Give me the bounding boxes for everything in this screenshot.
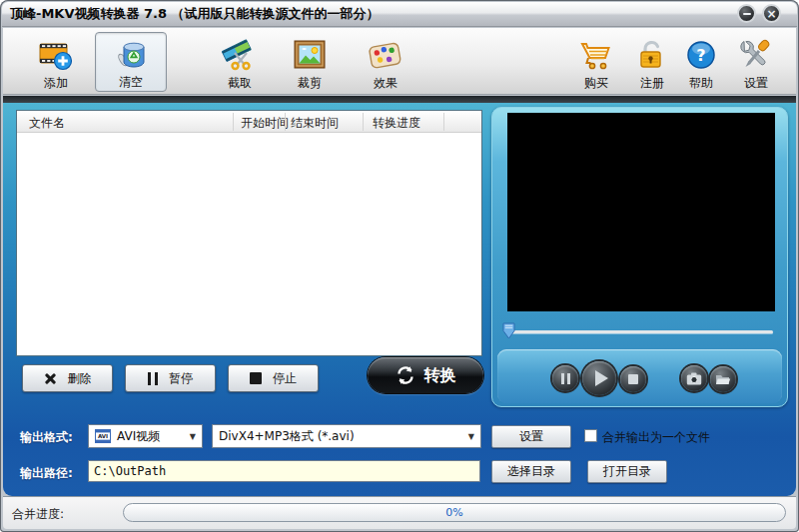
seek-slider[interactable] [509,330,773,333]
camera-icon [686,372,702,385]
film-scissors-icon [222,37,258,73]
column-start-time[interactable]: 开始时间 [241,115,289,132]
seek-slider-handle[interactable] [502,322,515,339]
output-path-input[interactable] [88,460,480,482]
toolbar-button-settings[interactable]: 设置 [726,32,786,92]
toolbar: 添加 清空 [3,28,796,95]
toolbar-label-help: 帮助 [689,75,713,92]
merge-checkbox[interactable] [584,429,597,442]
picture-crop-icon [293,37,327,73]
player-pause-button[interactable] [552,365,578,391]
file-list-header: 文件名 开始时间 结束时间 转换进度 [17,111,481,133]
open-dir-button[interactable]: 打开目录 [587,460,667,483]
toolbar-label-buy: 购买 [584,75,608,92]
stop-icon [250,372,262,384]
merge-progress-bar: 0% [123,503,786,522]
toolbar-button-clear[interactable]: 清空 [95,32,167,92]
toolbar-button-crop[interactable]: 裁剪 [280,32,340,92]
chevron-down-icon: ▼ [190,432,196,441]
stop-button[interactable]: 停止 [228,364,319,392]
format-select-value: AVI视频 [117,428,160,445]
pause-icon [561,373,570,384]
toolbar-label-effect: 效果 [374,75,398,92]
choose-dir-button[interactable]: 选择目录 [491,460,571,483]
player-play-button[interactable] [582,361,616,395]
column-filename[interactable]: 文件名 [29,115,65,132]
toolbar-label-clip: 截取 [228,75,252,92]
title-bar[interactable]: 顶峰-MKV视频转换器 7.8 （试用版只能转换源文件的一部分） [2,2,797,27]
minimize-icon [743,13,751,15]
refresh-arrows-icon [396,365,415,385]
delete-x-icon [44,372,57,385]
close-icon: × [766,8,776,20]
column-divider [285,113,286,131]
format-select[interactable]: AVI AVI视频 ▼ [88,424,203,448]
progress-percent: 0% [445,506,462,519]
avi-file-icon: AVI [95,429,111,443]
window-title: 顶峰-MKV视频转换器 7.8 （试用版只能转换源文件的一部分） [10,5,380,23]
padlock-icon [635,37,669,73]
file-list[interactable]: 文件名 开始时间 结束时间 转换进度 [16,110,482,356]
toolbar-label-add: 添加 [44,75,68,92]
play-icon [595,370,608,386]
toolbar-button-help[interactable]: ? 帮助 [671,32,731,92]
column-progress[interactable]: 转换进度 [373,115,420,132]
palette-icon [368,37,403,73]
merge-progress-label: 合并进度: [12,506,64,523]
snapshot-button[interactable] [681,365,707,391]
clear-bin-icon [114,38,148,72]
delete-button[interactable]: 删除 [22,364,113,392]
status-bar: 合并进度: 0% [3,496,796,529]
svg-text:AVI: AVI [98,433,108,439]
stop-label: 停止 [273,370,297,387]
player-stop-button[interactable] [620,366,646,392]
format-settings-button[interactable]: 设置 [491,425,571,448]
output-format-label: 输出格式: [20,429,73,446]
column-divider [363,113,364,131]
app-window: 顶峰-MKV视频转换器 7.8 （试用版只能转换源文件的一部分） × [0,0,799,532]
column-divider [233,113,234,131]
column-end-time[interactable]: 结束时间 [291,115,339,132]
toolbar-button-effect[interactable]: 效果 [356,32,415,92]
svg-text:?: ? [696,46,705,65]
convert-label: 转换 [424,365,456,386]
chevron-down-icon: ▼ [468,432,474,441]
tools-icon [739,37,773,73]
column-divider [443,113,444,131]
toolbar-label-clear: 清空 [119,74,143,91]
profile-select-value: DivX4+MP3格式 (*.avi) [219,428,355,445]
toolbar-separator [3,96,796,103]
close-button[interactable]: × [762,4,781,23]
toolbar-button-clip[interactable]: 截取 [210,32,270,92]
pause-button[interactable]: 暂停 [125,364,216,392]
toolbar-label-register: 注册 [640,75,664,92]
stop-icon [628,374,638,384]
delete-label: 删除 [68,370,92,387]
toolbar-button-buy[interactable]: 购买 [566,32,626,92]
convert-button[interactable]: 转换 [368,357,483,393]
output-path-label: 输出路径: [20,465,73,482]
video-screen [507,113,775,311]
toolbar-button-add[interactable]: 添加 [26,32,86,92]
pause-label: 暂停 [169,370,193,387]
film-add-icon [39,37,73,73]
toolbar-label-settings: 设置 [744,75,768,92]
folder-icon [715,373,731,385]
help-icon: ? [685,37,717,73]
cart-icon [579,37,613,73]
merge-checkbox-label[interactable]: 合并输出为一个文件 [602,429,710,446]
pause-icon [148,372,158,385]
open-folder-button[interactable] [710,366,736,392]
profile-select[interactable]: DivX4+MP3格式 (*.avi) ▼ [212,424,481,448]
toolbar-label-crop: 裁剪 [298,75,322,92]
minimize-button[interactable] [737,4,756,23]
